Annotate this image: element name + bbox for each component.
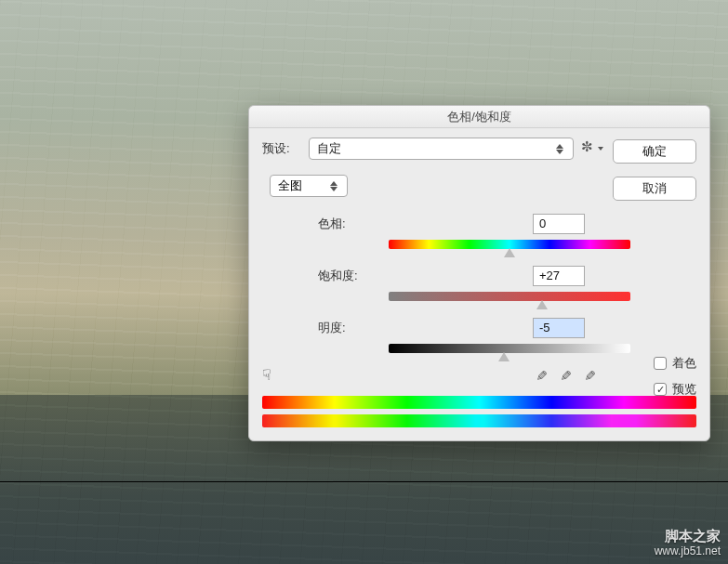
hue-label: 色相: [318, 216, 389, 232]
stepper-icon [330, 177, 343, 194]
saturation-slider[interactable] [389, 292, 630, 301]
saturation-label: 饱和度: [318, 268, 389, 284]
watermark-site: 脚本之家 [655, 529, 721, 544]
eyedropper-icon[interactable] [535, 367, 549, 382]
hue-saturation-dialog: 色相/饱和度 预设: 自定 确定 取消 全图 色相: 0 [248, 105, 710, 441]
cancel-button[interactable]: 取消 [613, 177, 696, 201]
checkbox-box: ✓ [654, 383, 667, 396]
spectrum-before [262, 396, 696, 409]
slider-thumb[interactable] [536, 300, 548, 309]
gear-icon[interactable] [583, 141, 598, 156]
watermark-url: www.jb51.net [655, 544, 721, 558]
slider-thumb[interactable] [498, 352, 510, 361]
horizontal-guide [0, 481, 728, 482]
lightness-input[interactable]: -5 [533, 318, 585, 338]
range-select[interactable]: 全图 [270, 175, 348, 197]
spectrum-after [262, 414, 696, 427]
hue-slider[interactable] [389, 240, 630, 249]
checkbox-box [654, 357, 667, 370]
slider-thumb[interactable] [504, 248, 515, 257]
lightness-label: 明度: [318, 320, 389, 336]
hue-input[interactable]: 0 [533, 214, 585, 234]
colorize-label: 着色 [672, 355, 696, 372]
dialog-title: 色相/饱和度 [249, 106, 709, 128]
preset-value: 自定 [317, 140, 341, 157]
watermark: 脚本之家 www.jb51.net [655, 529, 721, 558]
spectrum-strips [262, 396, 696, 427]
range-value: 全图 [278, 177, 302, 194]
preview-label: 预览 [672, 381, 696, 398]
preview-checkbox[interactable]: ✓ 预览 [654, 381, 696, 398]
stepper-icon [556, 140, 569, 157]
ok-button[interactable]: 确定 [613, 139, 696, 164]
screenshot-root: 色相/饱和度 预设: 自定 确定 取消 全图 色相: 0 [0, 0, 728, 564]
lightness-slider[interactable] [389, 344, 630, 353]
eyedropper-subtract-icon[interactable] [583, 367, 598, 382]
saturation-input[interactable]: +27 [533, 266, 585, 286]
preset-select[interactable]: 自定 [309, 138, 574, 160]
preset-label: 预设: [262, 140, 299, 157]
hand-scrubber-icon[interactable] [262, 366, 283, 383]
eyedropper-add-icon[interactable] [559, 367, 574, 382]
colorize-checkbox[interactable]: 着色 [654, 355, 696, 372]
